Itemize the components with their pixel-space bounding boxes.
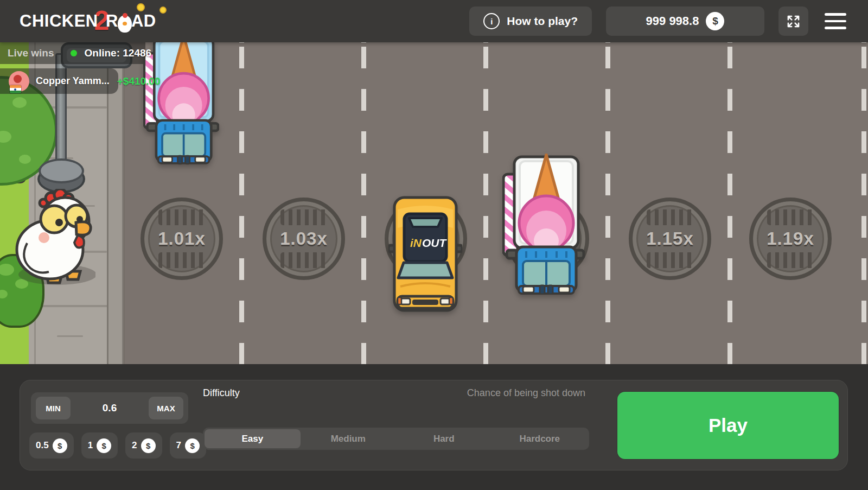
win-amount: +$410.00 bbox=[117, 75, 161, 87]
chicken-character[interactable] bbox=[13, 189, 95, 287]
dollar-coin-icon: $ bbox=[53, 438, 67, 453]
fullscreen-button[interactable] bbox=[778, 7, 808, 36]
chip-1-button[interactable]: 1 $ bbox=[81, 432, 118, 459]
player-avatar bbox=[9, 71, 29, 92]
lane-line bbox=[239, 42, 244, 364]
manhole-grate bbox=[767, 252, 814, 268]
how-to-play-button[interactable]: i How to play? bbox=[469, 7, 592, 36]
min-bet-button[interactable]: MIN bbox=[36, 397, 71, 419]
bet-value[interactable]: 0.6 bbox=[71, 402, 149, 414]
manhole-multiplier-6[interactable]: 1.19x bbox=[749, 198, 832, 280]
manhole-grate bbox=[647, 252, 693, 268]
multiplier-label: 1.03x bbox=[280, 228, 328, 249]
tab-easy[interactable]: Easy bbox=[205, 429, 301, 448]
game-scene: 1.01x 1.03x 1.15x 1.19x bbox=[0, 42, 868, 364]
winner-name: Copper Yamm... bbox=[36, 75, 110, 87]
manhole-grate bbox=[767, 209, 814, 225]
how-to-play-label: How to play? bbox=[507, 15, 578, 28]
dollar-coin-icon: $ bbox=[185, 438, 200, 453]
chick-icon bbox=[137, 3, 145, 11]
multiplier-label: 1.15x bbox=[646, 228, 694, 249]
live-win-entry[interactable]: Copper Yamm... +$410.00 bbox=[9, 68, 161, 94]
tab-medium[interactable]: Medium bbox=[301, 429, 397, 448]
chance-label: Chance of being shot down bbox=[467, 387, 585, 399]
quick-bet-chips: 0.5 $ 1 $ 2 $ 7 $ bbox=[29, 432, 206, 459]
chip-label: 2 bbox=[132, 440, 137, 451]
chip-label: 7 bbox=[176, 440, 181, 451]
live-wins-header: Live wins Online: 12486 bbox=[8, 42, 151, 64]
live-wins-label: Live wins bbox=[8, 47, 54, 59]
tab-hard[interactable]: Hard bbox=[396, 429, 492, 448]
manhole-grate bbox=[280, 252, 327, 268]
manhole-multiplier-2[interactable]: 1.03x bbox=[263, 198, 345, 280]
lane-line bbox=[483, 42, 488, 364]
lane-line bbox=[727, 42, 732, 364]
taxi-logo-out: OUT bbox=[422, 237, 448, 249]
chick-egg-icon bbox=[118, 15, 132, 33]
logo-text: CHICKEN bbox=[20, 11, 98, 31]
chip-2-button[interactable]: 2 $ bbox=[125, 432, 162, 459]
tab-hardcore[interactable]: Hardcore bbox=[492, 429, 588, 448]
online-dot-icon bbox=[71, 50, 77, 56]
max-bet-button[interactable]: MAX bbox=[149, 397, 183, 419]
fullscreen-icon bbox=[786, 14, 801, 29]
chip-label: 1 bbox=[88, 440, 93, 451]
lane-line bbox=[361, 42, 366, 364]
currency-symbol: $ bbox=[712, 15, 718, 27]
manhole-grate bbox=[158, 209, 205, 225]
taxi-car: iN OUT bbox=[388, 195, 462, 315]
lamp-base bbox=[39, 158, 84, 183]
ice-cream-truck-blue bbox=[143, 42, 219, 167]
menu-button[interactable] bbox=[822, 11, 848, 31]
logo-text: AD bbox=[131, 11, 156, 31]
controls-card: MIN 0.6 MAX 0.5 $ 1 $ 2 $ 7 $ Difficulty… bbox=[20, 380, 848, 470]
dollar-coin-icon: $ bbox=[706, 12, 724, 30]
control-panel: MIN 0.6 MAX 0.5 $ 1 $ 2 $ 7 $ Difficulty… bbox=[0, 364, 868, 490]
india-flag-icon bbox=[10, 85, 21, 93]
multiplier-label: 1.01x bbox=[158, 228, 206, 249]
top-bar: CHICKEN2RAD i How to play? 999 998.8 $ bbox=[0, 0, 868, 42]
chip-label: 0.5 bbox=[36, 440, 49, 451]
taxi-logo-in: iN bbox=[410, 237, 422, 249]
bet-amount-box: MIN 0.6 MAX bbox=[31, 392, 188, 424]
game-logo: CHICKEN2RAD bbox=[20, 5, 156, 37]
difficulty-tabs: Easy Medium Hard Hardcore bbox=[203, 428, 589, 450]
sidewalk-brick bbox=[57, 335, 83, 337]
manhole-grate bbox=[647, 209, 693, 225]
manhole-multiplier-5[interactable]: 1.15x bbox=[629, 198, 711, 280]
topbar-actions: i How to play? 999 998.8 $ bbox=[469, 7, 848, 36]
balance-display: 999 998.8 $ bbox=[606, 7, 764, 36]
manhole-grate bbox=[280, 209, 327, 225]
manhole-multiplier-1[interactable]: 1.01x bbox=[141, 198, 223, 280]
dollar-coin-icon: $ bbox=[141, 438, 156, 453]
chip-0.5-button[interactable]: 0.5 $ bbox=[29, 432, 74, 459]
manhole-grate bbox=[158, 252, 205, 268]
multiplier-label: 1.19x bbox=[767, 228, 814, 249]
lane-line bbox=[861, 42, 866, 364]
dollar-coin-icon: $ bbox=[97, 438, 111, 453]
play-button[interactable]: Play bbox=[617, 392, 839, 459]
chick-icon bbox=[159, 7, 167, 14]
ice-cream-truck-white bbox=[502, 154, 585, 295]
difficulty-label: Difficulty bbox=[203, 387, 240, 399]
info-icon: i bbox=[483, 13, 500, 29]
lane-line bbox=[605, 42, 610, 364]
balance-value: 999 998.8 bbox=[646, 14, 699, 28]
menu-icon bbox=[825, 13, 846, 16]
chip-7-button[interactable]: 7 $ bbox=[170, 432, 206, 459]
logo-text: R bbox=[106, 11, 118, 31]
online-count: Online: 12486 bbox=[85, 47, 152, 59]
